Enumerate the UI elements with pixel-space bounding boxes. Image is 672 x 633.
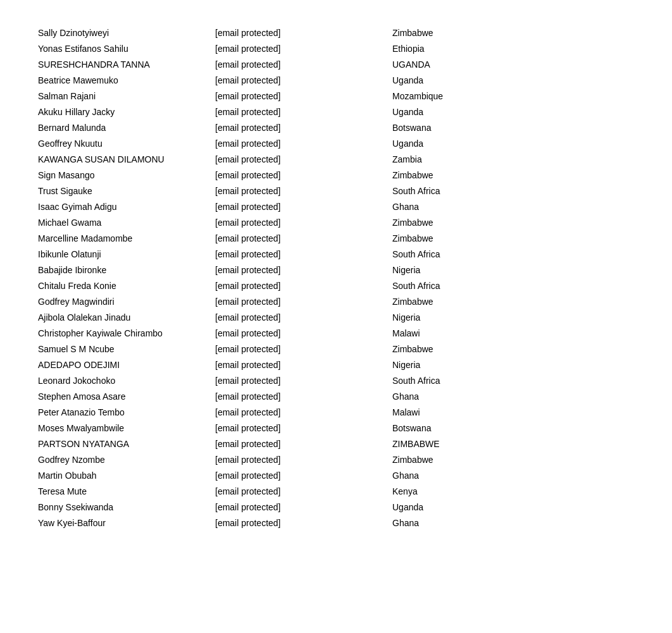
cell-name: ADEDAPO ODEJIMI (38, 359, 215, 372)
cell-country: Ghana (392, 200, 519, 214)
cell-email: [email protected] (215, 106, 392, 119)
table-row: Geoffrey Nkuutu[email protected]Uganda (38, 136, 634, 152)
table-row: Ajibola Olalekan Jinadu[email protected]… (38, 310, 634, 326)
cell-country: Zambia (392, 153, 519, 166)
table-row: PARTSON NYATANGA[email protected]ZIMBABW… (38, 436, 634, 452)
cell-name: Bonny Ssekiwanda (38, 501, 215, 514)
cell-email: [email protected] (215, 137, 392, 151)
table-row: Michael Gwama[email protected]Zimbabwe (38, 215, 634, 231)
cell-name: SURESHCHANDRA TANNA (38, 58, 215, 71)
table-row: Salman Rajani[email protected]Mozambique (38, 89, 634, 104)
cell-email: [email protected] (215, 453, 392, 467)
cell-name: KAWANGA SUSAN DILAMONU (38, 153, 215, 166)
cell-email: [email protected] (215, 74, 392, 87)
cell-email: [email protected] (215, 485, 392, 498)
cell-email: [email protected] (215, 27, 392, 40)
cell-email: [email protected] (215, 200, 392, 214)
cell-country: Uganda (392, 106, 519, 119)
table-row: Sign Masango[email protected]Zimbabwe (38, 168, 634, 183)
cell-name: Bernard Malunda (38, 121, 215, 135)
table-row: Bernard Malunda[email protected]Botswana (38, 120, 634, 136)
cell-email: [email protected] (215, 517, 392, 530)
table-row: Marcelline Madamombe[email protected]Zim… (38, 231, 634, 247)
table-row: Chitalu Freda Konie[email protected]Sout… (38, 278, 634, 294)
cell-name: Sally Dzinotyiweyi (38, 27, 215, 40)
cell-country: Nigeria (392, 264, 519, 277)
cell-email: [email protected] (215, 311, 392, 324)
cell-email: [email protected] (215, 469, 392, 482)
table-row: Christopher Kayiwale Chirambo[email prot… (38, 326, 634, 341)
table-row: Yaw Kyei-Baffour[email protected]Ghana (38, 515, 634, 531)
cell-country: South Africa (392, 248, 519, 261)
cell-name: Samuel S M Ncube (38, 343, 215, 356)
cell-email: [email protected] (215, 58, 392, 71)
cell-name: Marcelline Madamombe (38, 232, 215, 245)
cell-country: Zimbabwe (392, 216, 519, 230)
cell-country: ZIMBABWE (392, 438, 519, 451)
table-row: Akuku Hillary Jacky[email protected]Ugan… (38, 104, 634, 120)
cell-name: Yaw Kyei-Baffour (38, 517, 215, 530)
cell-email: [email protected] (215, 327, 392, 340)
cell-email: [email protected] (215, 232, 392, 245)
cell-country: Ethiopia (392, 42, 519, 56)
cell-country: Malawi (392, 406, 519, 419)
table-row: Samuel S M Ncube[email protected]Zimbabw… (38, 341, 634, 357)
cell-email: [email protected] (215, 390, 392, 403)
table-row: Godfrey Nzombe[email protected]Zimbabwe (38, 452, 634, 468)
cell-name: Sign Masango (38, 169, 215, 182)
cell-country: Zimbabwe (392, 343, 519, 356)
table-row: ADEDAPO ODEJIMI[email protected]Nigeria (38, 357, 634, 373)
cell-country: Uganda (392, 501, 519, 514)
cell-country: Zimbabwe (392, 453, 519, 467)
cell-name: Trust Sigauke (38, 185, 215, 198)
data-table: Sally Dzinotyiweyi[email protected]Zimba… (38, 25, 634, 531)
cell-name: Teresa Mute (38, 485, 215, 498)
cell-name: Beatrice Mawemuko (38, 74, 215, 87)
cell-email: [email protected] (215, 359, 392, 372)
table-row: Moses Mwalyambwile[email protected]Botsw… (38, 421, 634, 436)
cell-country: Botswana (392, 121, 519, 135)
cell-name: Yonas Estifanos Sahilu (38, 42, 215, 56)
cell-email: [email protected] (215, 248, 392, 261)
cell-email: [email protected] (215, 343, 392, 356)
cell-email: [email protected] (215, 295, 392, 309)
cell-email: [email protected] (215, 121, 392, 135)
cell-country: Uganda (392, 137, 519, 151)
cell-name: Chitalu Freda Konie (38, 280, 215, 293)
cell-email: [email protected] (215, 153, 392, 166)
table-row: Beatrice Mawemuko[email protected]Uganda (38, 73, 634, 89)
cell-name: Isaac Gyimah Adigu (38, 200, 215, 214)
table-row: Martin Obubah[email protected]Ghana (38, 468, 634, 484)
table-row: Teresa Mute[email protected]Kenya (38, 484, 634, 500)
cell-country: Zimbabwe (392, 169, 519, 182)
cell-name: Michael Gwama (38, 216, 215, 230)
cell-name: PARTSON NYATANGA (38, 438, 215, 451)
cell-email: [email protected] (215, 169, 392, 182)
cell-country: Uganda (392, 74, 519, 87)
cell-country: Ghana (392, 517, 519, 530)
cell-name: Godfrey Nzombe (38, 453, 215, 467)
cell-country: South Africa (392, 280, 519, 293)
cell-name: Babajide Ibironke (38, 264, 215, 277)
cell-name: Ibikunle Olatunji (38, 248, 215, 261)
cell-country: Zimbabwe (392, 232, 519, 245)
cell-name: Stephen Amosa Asare (38, 390, 215, 403)
table-row: Trust Sigauke[email protected]South Afri… (38, 183, 634, 199)
cell-name: Moses Mwalyambwile (38, 422, 215, 435)
table-row: Stephen Amosa Asare[email protected]Ghan… (38, 389, 634, 405)
cell-name: Peter Atanazio Tembo (38, 406, 215, 419)
table-row: Yonas Estifanos Sahilu[email protected]E… (38, 41, 634, 57)
cell-email: [email protected] (215, 501, 392, 514)
cell-country: UGANDA (392, 58, 519, 71)
cell-country: Ghana (392, 390, 519, 403)
table-row: Babajide Ibironke[email protected]Nigeri… (38, 262, 634, 278)
cell-country: South Africa (392, 185, 519, 198)
cell-email: [email protected] (215, 374, 392, 388)
table-row: Peter Atanazio Tembo[email protected]Mal… (38, 405, 634, 421)
cell-email: [email protected] (215, 422, 392, 435)
cell-country: Mozambique (392, 90, 519, 103)
cell-name: Ajibola Olalekan Jinadu (38, 311, 215, 324)
table-row: KAWANGA SUSAN DILAMONU[email protected]Z… (38, 152, 634, 168)
cell-country: South Africa (392, 374, 519, 388)
table-row: Leonard Jokochoko[email protected]South … (38, 373, 634, 389)
